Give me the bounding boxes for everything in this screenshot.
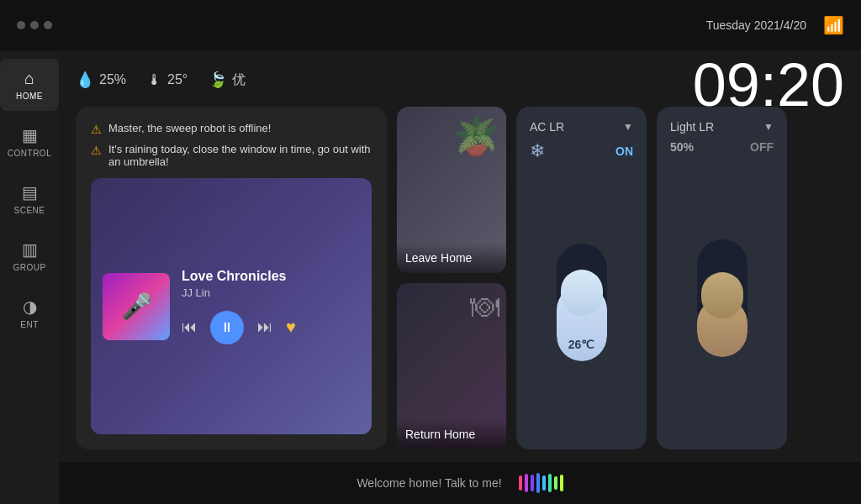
- music-controls: ⏮ ⏸ ⏭ ♥: [182, 311, 360, 344]
- notifications-list: ⚠ Master, the sweep robot is offline! ⚠ …: [91, 122, 372, 168]
- music-player: 🎤 Love Chronicles JJ Lin ⏮ ⏸ ⏭ ♥: [91, 178, 372, 434]
- air-quality-value: 优: [232, 71, 246, 89]
- prev-button[interactable]: ⏮: [182, 318, 197, 336]
- top-right-info: Tuesday 2021/4/20 📶: [706, 15, 844, 35]
- humidity-status: 💧 25%: [76, 71, 126, 89]
- sidebar-item-home[interactable]: ⌂ HOME: [0, 59, 59, 111]
- alert-icon-1: ⚠: [91, 123, 102, 136]
- notification-item-2: ⚠ It's raining today, close the window i…: [91, 143, 372, 168]
- light-card: Light LR ▼ 50% OFF: [657, 107, 787, 449]
- light-slider-track[interactable]: [697, 239, 747, 357]
- sidebar-label-control: CONTROL: [8, 149, 51, 158]
- temperature-status: 🌡 25°: [147, 71, 188, 89]
- main-card: ⚠ Master, the sweep robot is offline! ⚠ …: [76, 107, 387, 449]
- ac-slider-track[interactable]: 26℃: [557, 244, 607, 361]
- ac-slider-knob[interactable]: [561, 270, 603, 316]
- status-bar: 💧 25% 🌡 25° 🍃 优: [76, 63, 844, 97]
- humidity-value: 25%: [99, 72, 126, 87]
- album-art: 🎤: [103, 273, 170, 340]
- wave-bar-2: [525, 474, 528, 492]
- alert-icon-2: ⚠: [91, 144, 102, 157]
- home-icon: ⌂: [24, 69, 34, 88]
- ac-chevron-icon[interactable]: ▼: [623, 121, 633, 133]
- wave-bar-3: [531, 475, 534, 491]
- leave-home-label: Leave Home: [397, 243, 506, 273]
- leaf-icon: 🍃: [209, 71, 227, 89]
- voice-wave[interactable]: [519, 473, 563, 493]
- ac-temp-label: 26℃: [568, 338, 595, 351]
- bottom-bar: Welcome home! Talk to me!: [59, 462, 861, 504]
- date-display: Tuesday 2021/4/20: [706, 18, 806, 32]
- play-icon: ⏸: [220, 320, 234, 335]
- group-icon: ▥: [22, 239, 38, 260]
- return-home-card[interactable]: 🍽 Return Home: [397, 283, 506, 449]
- sidebar-label-ent: ENT: [20, 320, 39, 329]
- scene-icon: ▤: [22, 182, 38, 202]
- cards-row: ⚠ Master, the sweep robot is offline! ⚠ …: [76, 107, 844, 449]
- light-title: Light LR: [670, 120, 714, 134]
- ac-slider-container: 26℃: [530, 169, 633, 436]
- wave-bar-7: [554, 476, 557, 490]
- light-slider-knob[interactable]: [701, 272, 743, 318]
- sidebar-label-group: GROUP: [13, 263, 45, 272]
- play-pause-button[interactable]: ⏸: [210, 311, 244, 344]
- ac-card-header: AC LR ▼: [530, 120, 633, 134]
- sidebar-label-scene: SCENE: [14, 206, 45, 215]
- notification-item-1: ⚠ Master, the sweep robot is offline!: [91, 122, 372, 136]
- control-icon: ▦: [22, 125, 38, 145]
- wave-bar-4: [536, 473, 540, 493]
- sidebar-item-control[interactable]: ▦ CONTROL: [0, 115, 59, 168]
- dot-3: [44, 21, 52, 29]
- sidebar-item-group[interactable]: ▥ GROUP: [0, 229, 59, 282]
- light-card-header: Light LR ▼: [670, 120, 774, 134]
- album-art-icon: 🎤: [121, 291, 152, 321]
- music-info: Love Chronicles JJ Lin ⏮ ⏸ ⏭ ♥: [182, 269, 360, 344]
- thermometer-icon: 🌡: [147, 71, 162, 89]
- light-chevron-icon[interactable]: ▼: [763, 121, 774, 133]
- music-title: Love Chronicles: [182, 269, 360, 284]
- air-quality-status: 🍃 优: [209, 71, 246, 89]
- leave-home-card[interactable]: 🪴 Leave Home: [397, 107, 506, 273]
- music-artist: JJ Lin: [182, 286, 360, 299]
- snowflake-icon: ❄: [530, 140, 545, 162]
- notification-text-2: It's raining today, close the window in …: [108, 143, 372, 168]
- favorite-button[interactable]: ♥: [286, 318, 296, 337]
- return-home-label: Return Home: [397, 419, 506, 449]
- sidebar: ⌂ HOME ▦ CONTROL ▤ SCENE ▥ GROUP ◑ ENT: [0, 50, 59, 504]
- sidebar-label-home: HOME: [16, 92, 43, 101]
- humidity-icon: 💧: [76, 71, 94, 89]
- temperature-value: 25°: [167, 72, 188, 87]
- light-status-text: OFF: [750, 140, 774, 154]
- wifi-icon: 📶: [823, 15, 844, 35]
- notification-text-1: Master, the sweep robot is offline!: [108, 122, 271, 134]
- scene-cards: 🪴 Leave Home 🍽 Return Home: [397, 107, 506, 449]
- wave-bar-5: [542, 475, 546, 491]
- next-button[interactable]: ⏭: [257, 318, 272, 336]
- sidebar-item-ent[interactable]: ◑ ENT: [0, 286, 59, 339]
- sidebar-item-scene[interactable]: ▤ SCENE: [0, 172, 59, 225]
- ac-title: AC LR: [530, 120, 564, 134]
- dot-2: [30, 21, 39, 29]
- ac-status-text: ON: [615, 144, 633, 158]
- return-home-deco: 🍽: [470, 290, 499, 323]
- wave-bar-8: [560, 475, 563, 491]
- bottom-text: Welcome home! Talk to me!: [357, 476, 501, 490]
- main-content: 💧 25% 🌡 25° 🍃 优 ⚠ Master, the sweep robo…: [59, 50, 861, 462]
- ac-card: AC LR ▼ ❄ ON 26℃: [516, 107, 647, 449]
- wave-bar-1: [519, 475, 522, 491]
- light-percent: 50%: [670, 140, 694, 154]
- leave-home-deco: 🪴: [452, 113, 499, 158]
- light-slider-container: [670, 160, 774, 436]
- light-status-row: 50% OFF: [670, 140, 774, 154]
- ac-status-row: ❄ ON: [530, 140, 633, 162]
- window-controls: [17, 21, 52, 29]
- top-bar: Tuesday 2021/4/20 📶: [0, 0, 861, 50]
- wave-bar-6: [548, 474, 552, 492]
- ent-icon: ◑: [23, 297, 37, 317]
- dot-1: [17, 21, 25, 29]
